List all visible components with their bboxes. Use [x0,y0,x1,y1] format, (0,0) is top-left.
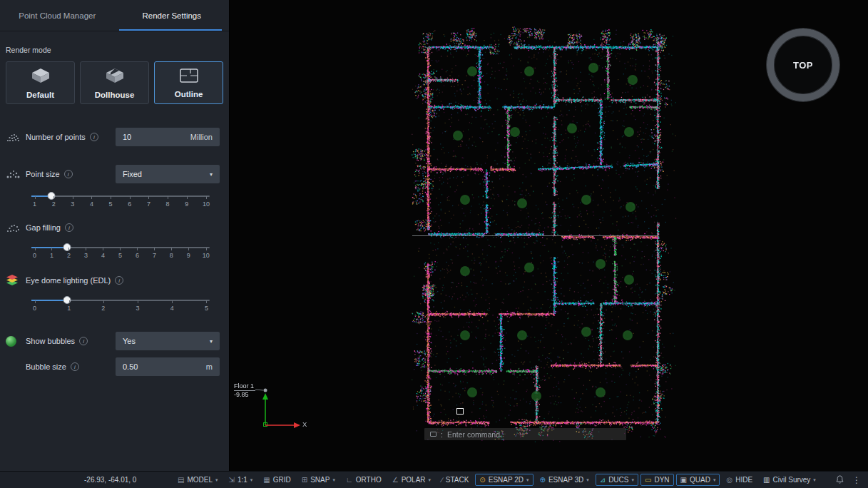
edl-row: Eye dome lighting (EDL) i [6,273,223,288]
slider-track[interactable] [31,195,210,197]
render-mode-default-label: Default [26,91,54,99]
status-item-label: ESNAP 3D [548,476,583,484]
hide-icon: ◎ [726,477,732,484]
bubble-size-row: Bubble size i 0.50 m [6,357,223,377]
show-bubbles-dropdown[interactable]: Yes ▾ [116,332,220,350]
point-size-label: Point size [26,170,60,178]
gap-filling-slider[interactable]: 012345678910 [31,243,210,264]
info-icon[interactable]: i [64,170,73,178]
tab-render-settings[interactable]: Render Settings [115,0,230,31]
show-bubbles-value: Yes [123,337,136,345]
show-bubbles-row: Show bubbles i Yes ▾ [6,331,223,351]
slider-tick-label: 6 [134,252,141,259]
esnap-3d-icon: ⊕ [540,477,546,484]
render-mode-outline-button[interactable]: Outline [154,61,223,104]
status-item-1-1[interactable]: ⇲1:1▾ [225,474,257,486]
ucs-floor-label: Floor 1 [234,382,255,391]
panel-tabs: Point Cloud Manager Render Settings [0,0,229,31]
status-item-grid[interactable]: ▦GRID [259,474,295,486]
status-item-stack[interactable]: ∕STACK [437,474,473,486]
status-item-esnap-3d[interactable]: ⊕ESNAP 3D▾ [536,474,593,486]
render-mode-outline-label: Outline [175,90,203,98]
info-icon[interactable]: i [115,276,123,285]
render-mode-dollhouse-button[interactable]: Dollhouse [80,61,149,104]
point-size-icon [6,169,26,179]
status-item-hide[interactable]: ◎HIDE [722,474,757,486]
status-bar: -26.93, -64.01, 0 ▤MODEL▾⇲1:1▾▦GRID⊞SNAP… [0,471,868,488]
slider-tick-label: 5 [117,252,123,259]
number-of-points-row: Number of points i 10 Million [6,127,223,147]
slider-tick-label: 8 [165,200,171,208]
chevron-down-icon: ▾ [215,477,218,483]
bell-icon[interactable] [836,475,844,484]
info-icon[interactable]: i [79,337,88,345]
status-item-label: Civil Survey [773,476,811,484]
point-size-dropdown[interactable]: Fixed ▾ [116,165,220,183]
render-mode-dollhouse-label: Dollhouse [95,91,135,99]
slider-tick-label: 6 [126,200,133,208]
status-item-snap[interactable]: ⊞SNAP▾ [297,474,339,486]
slider-tick-label: 9 [185,252,192,259]
number-of-points-unit: Million [190,133,213,141]
slider-tick-label: 0 [31,252,38,259]
info-icon[interactable]: i [71,362,79,371]
render-mode-default-button[interactable]: Default [6,61,75,104]
status-bar-right: ⋮ [836,475,868,485]
status-item-polar[interactable]: ∠POLAR▾ [388,474,435,486]
coordinates-readout[interactable]: -26.93, -64.01, 0 [84,476,173,484]
slider-tick-label: 2 [100,305,106,312]
slider-handle[interactable] [63,296,71,304]
ucs-indicator: Floor 1 -9.85 X [231,381,325,438]
slider-tick-label: 9 [183,200,190,208]
edl-slider[interactable]: 012345 [31,295,210,317]
number-of-points-value: 10 [123,133,131,141]
info-icon[interactable]: i [90,133,98,141]
command-line[interactable]: : Enter command [424,428,626,440]
status-item-esnap-2d[interactable]: ⊙ESNAP 2D▾ [475,474,533,486]
slider-handle[interactable] [63,243,71,251]
status-toggles: ▤MODEL▾⇲1:1▾▦GRID⊞SNAP▾∟ORTHO∠POLAR▾∕STA… [173,474,820,486]
info-icon[interactable]: i [65,223,73,232]
point-size-row: Point size i Fixed ▾ [6,164,223,184]
bubble-size-input[interactable]: 0.50 m [116,357,220,376]
view-navigation-top[interactable]: TOP [767,29,839,101]
command-placeholder: Enter command [447,430,500,439]
chevron-down-icon: ▾ [250,477,253,483]
status-item-label: STACK [446,476,469,484]
model-viewport: TOP Floor 1 -9.85 X : Enter comma [230,0,868,471]
main-area: Point Cloud Manager Render Settings Rend… [0,0,868,471]
status-item-label: DYN [654,476,669,484]
kebab-menu-icon[interactable]: ⋮ [852,475,861,485]
ortho-icon: ∟ [346,477,353,484]
ucs-x-axis-label: X [302,420,307,428]
chevron-down-icon: ▾ [631,477,634,483]
slider-tick-label: 0 [31,305,38,312]
slider-tick-label: 10 [203,200,210,208]
point-size-slider[interactable]: 12345678910 [31,191,210,213]
default-render-icon [30,67,51,87]
slider-tick-label: 2 [66,252,72,259]
status-item-ortho[interactable]: ∟ORTHO [342,474,386,486]
chevron-down-icon: ▾ [813,477,816,483]
slider-tick-label: 1 [31,200,38,208]
number-of-points-input[interactable]: 10 Million [116,128,220,146]
slider-tick-label: 5 [108,200,114,208]
status-item-dyn[interactable]: ▭DYN [640,474,674,486]
status-item-quad[interactable]: ▣QUAD▾ [676,474,720,486]
status-item-model[interactable]: ▤MODEL▾ [173,474,223,486]
show-bubbles-icon [6,336,26,347]
grid-icon: ▦ [263,477,270,484]
chevron-down-icon: ▾ [210,171,213,178]
number-of-points-label: Number of points [26,133,86,141]
outline-render-icon [180,68,198,86]
tab-point-cloud-manager[interactable]: Point Cloud Manager [0,0,115,31]
edl-icon [6,275,26,286]
status-item-civil-survey[interactable]: ▥Civil Survey▾ [759,474,820,486]
status-item-label: DUCS [608,476,628,484]
esnap-2d-icon: ⊙ [479,477,485,484]
status-item-label: 1:1 [238,476,247,484]
stack-icon: ∕ [441,477,443,484]
status-item-ducs[interactable]: ⊿DUCS▾ [596,474,638,486]
chevron-down-icon: ▾ [210,338,213,345]
ucs-elevation-label: -9.85 [234,391,249,398]
